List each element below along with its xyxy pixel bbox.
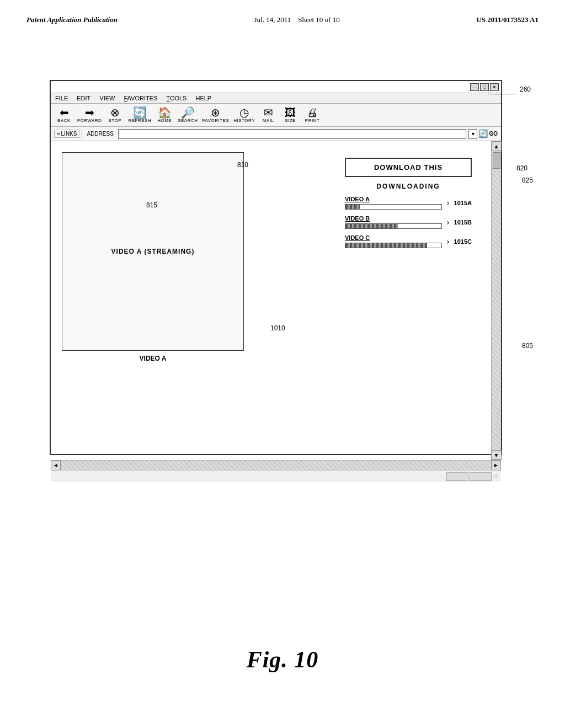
scroll-down-button[interactable]: ▼ bbox=[492, 450, 502, 460]
go-button[interactable]: GO bbox=[489, 131, 498, 137]
size-button[interactable]: 🖼 SIZE bbox=[280, 106, 300, 124]
ref-810: 810 bbox=[237, 161, 248, 169]
video-b-progress bbox=[345, 223, 442, 229]
video-b-arrow: › bbox=[446, 217, 449, 227]
home-label: HOME bbox=[157, 118, 172, 123]
search-button[interactable]: 🔎 SEARCH bbox=[177, 106, 199, 124]
page-header: Patent Application Publication Jul. 14, … bbox=[0, 0, 565, 24]
video-panel: VIDEO A (STREAMING) VIDEO A bbox=[62, 152, 244, 351]
video-c-info: VIDEO C bbox=[345, 234, 442, 248]
browser-content: VIDEO A (STREAMING) VIDEO A DOWNLOAD THI… bbox=[51, 141, 501, 460]
scroll-thumb[interactable] bbox=[493, 152, 500, 169]
mail-button[interactable]: ✉ MAIL bbox=[258, 106, 278, 124]
vertical-scrollbar: ▲ ▼ bbox=[491, 141, 501, 460]
favorites-icon: ⊛ bbox=[211, 107, 220, 118]
title-bar: — □ ✕ bbox=[51, 81, 501, 93]
menu-bar: FILE EDIT VIEW FAVORITES TOOLS HELP bbox=[51, 93, 501, 104]
horizontal-scrollbar: ◄ ► bbox=[51, 460, 501, 470]
scroll-left-button[interactable]: ◄ bbox=[51, 461, 61, 470]
date-sheet-label: Jul. 14, 2011 Sheet 10 of 10 bbox=[254, 15, 340, 24]
patent-number-label: US 2011/0173523 A1 bbox=[476, 15, 539, 24]
stop-button[interactable]: ⊗ STOP bbox=[105, 106, 125, 124]
video-streaming-label: VIDEO A (STREAMING) bbox=[111, 248, 195, 255]
forward-icon: ➡ bbox=[85, 107, 94, 118]
sheet-label: Sheet 10 of 10 bbox=[298, 15, 339, 24]
stop-label: STOP bbox=[109, 118, 122, 123]
mail-icon: ✉ bbox=[264, 107, 273, 118]
refresh-icon: 🔄 bbox=[133, 107, 147, 118]
forward-label: FORWARD bbox=[77, 118, 102, 123]
separator bbox=[82, 129, 82, 139]
history-label: HISTORY bbox=[233, 118, 255, 123]
mail-label: MAIL bbox=[263, 118, 274, 123]
favorites-button[interactable]: ⊛ FAVORITES bbox=[201, 106, 230, 124]
video-b-row: VIDEO B › 1015B bbox=[345, 215, 472, 229]
back-icon: ⬅ bbox=[60, 107, 69, 118]
home-icon: 🏠 bbox=[158, 107, 172, 118]
history-button[interactable]: ◷ HISTORY bbox=[232, 106, 256, 124]
video-c-progress bbox=[345, 243, 442, 248]
download-this-button[interactable]: DOWNLOAD THIS bbox=[345, 158, 472, 177]
links-label: LINKS bbox=[61, 131, 77, 137]
print-label: PRINT bbox=[305, 118, 320, 123]
address-bar: » LINKS ADDRESS ▼ 🔄 GO bbox=[51, 127, 501, 141]
toolbar: ⬅ BACK ➡ FORWARD ⊗ STOP 🔄 REFRESH 🏠 HOME… bbox=[51, 104, 501, 127]
search-label: SEARCH bbox=[178, 118, 198, 123]
minimize-button[interactable]: — bbox=[470, 83, 479, 91]
back-label: BACK bbox=[57, 118, 71, 123]
ref-825: 825 bbox=[522, 176, 533, 184]
forward-button[interactable]: ➡ FORWARD bbox=[76, 106, 103, 124]
video-a-row: VIDEO A › 1015A bbox=[345, 196, 472, 210]
figure-caption: Fig. 10 bbox=[247, 646, 319, 673]
scroll-right-button[interactable]: ► bbox=[491, 461, 501, 470]
ref-260: 260 bbox=[520, 85, 531, 93]
scroll-track-horizontal bbox=[61, 461, 501, 470]
right-panel: DOWNLOAD THIS DOWNLOADING VIDEO A › 1015… bbox=[337, 147, 480, 265]
ref-815: 815 bbox=[146, 201, 157, 209]
go-icon: 🔄 bbox=[478, 129, 488, 138]
size-icon: 🖼 bbox=[285, 107, 296, 118]
video-b-info: VIDEO B bbox=[345, 215, 442, 229]
back-button[interactable]: ⬅ BACK bbox=[54, 106, 74, 124]
links-button[interactable]: » LINKS bbox=[54, 130, 79, 138]
home-button[interactable]: 🏠 HOME bbox=[154, 106, 174, 124]
window-controls: — □ ✕ bbox=[470, 83, 499, 91]
date-label: Jul. 14, 2011 bbox=[254, 15, 296, 24]
scroll-up-button[interactable]: ▲ bbox=[492, 141, 502, 151]
size-label: SIZE bbox=[285, 118, 296, 123]
address-label: ADDRESS bbox=[84, 131, 115, 137]
menu-edit[interactable]: EDIT bbox=[77, 95, 90, 101]
ref-805: 805 bbox=[522, 342, 533, 350]
video-b-fill bbox=[345, 224, 398, 228]
go-section: ▼ 🔄 GO bbox=[468, 129, 498, 139]
video-c-id: 1015C bbox=[454, 238, 472, 245]
chevron-right-icon: » bbox=[57, 131, 60, 137]
menu-favorites[interactable]: FAVORITES bbox=[124, 95, 157, 101]
ref-line-260 bbox=[488, 94, 515, 94]
video-a-fill bbox=[345, 205, 360, 209]
menu-help[interactable]: HELP bbox=[195, 95, 211, 101]
menu-tools[interactable]: TOOLS bbox=[166, 95, 186, 101]
video-c-row: VIDEO C › 1015C bbox=[345, 234, 472, 248]
video-b-name: VIDEO B bbox=[345, 215, 442, 222]
address-input[interactable] bbox=[118, 129, 467, 139]
maximize-button[interactable]: □ bbox=[480, 83, 489, 91]
status-bar: // bbox=[51, 470, 501, 482]
status-indicator-2 bbox=[470, 472, 492, 481]
browser-window: — □ ✕ FILE EDIT VIEW FAVORITES TOOLS HEL… bbox=[50, 80, 502, 455]
video-c-fill bbox=[345, 243, 427, 248]
close-button[interactable]: ✕ bbox=[490, 83, 499, 91]
address-dropdown[interactable]: ▼ bbox=[468, 129, 477, 139]
favorites-label: FAVORITES bbox=[202, 118, 229, 123]
status-indicators bbox=[446, 472, 492, 481]
ref-1010: 1010 bbox=[270, 324, 285, 332]
video-b-id: 1015B bbox=[454, 219, 472, 226]
print-button[interactable]: 🖨 PRINT bbox=[302, 106, 322, 124]
refresh-button[interactable]: 🔄 REFRESH bbox=[127, 106, 152, 124]
video-c-name: VIDEO C bbox=[345, 234, 442, 241]
menu-file[interactable]: FILE bbox=[55, 95, 68, 101]
video-a-arrow: › bbox=[446, 198, 449, 208]
history-icon: ◷ bbox=[239, 107, 249, 118]
stop-icon: ⊗ bbox=[110, 107, 120, 118]
menu-view[interactable]: VIEW bbox=[99, 95, 115, 101]
